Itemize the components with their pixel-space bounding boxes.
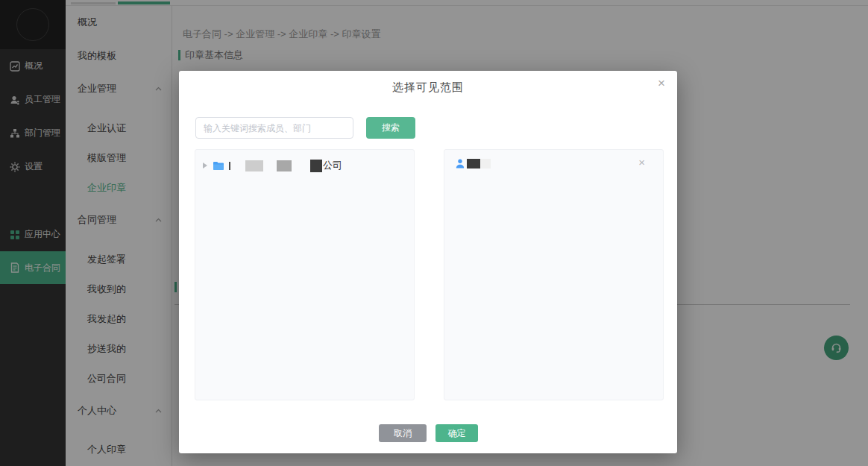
app-window: 概况 员工管理 部门管理 设置 应用中心	[0, 0, 868, 466]
redacted-mark	[229, 162, 230, 170]
org-tree-panel: 公司	[195, 149, 415, 400]
org-node-label-suffix: 公司	[323, 159, 342, 172]
selected-member-item: ×	[444, 156, 663, 171]
redacted-block	[467, 159, 480, 169]
redacted-block	[480, 159, 491, 169]
search-input[interactable]	[195, 117, 353, 139]
redacted-block	[245, 160, 263, 171]
redacted-block	[277, 160, 292, 171]
folder-icon	[213, 161, 224, 171]
selected-members-panel: ×	[444, 149, 664, 400]
remove-selected-icon[interactable]: ×	[638, 157, 645, 168]
close-icon[interactable]: ×	[658, 77, 665, 89]
expand-caret-icon[interactable]	[203, 163, 207, 169]
org-tree-node-company[interactable]: 公司	[195, 157, 414, 174]
cancel-button[interactable]: 取消	[379, 424, 427, 442]
dialog-title: 选择可见范围	[179, 81, 677, 95]
visibility-range-dialog: 选择可见范围 × 搜索 公司	[179, 71, 677, 453]
search-button[interactable]: 搜索	[366, 117, 415, 139]
member-icon	[456, 159, 465, 169]
redacted-block	[310, 160, 322, 172]
confirm-button[interactable]: 确定	[435, 424, 478, 442]
